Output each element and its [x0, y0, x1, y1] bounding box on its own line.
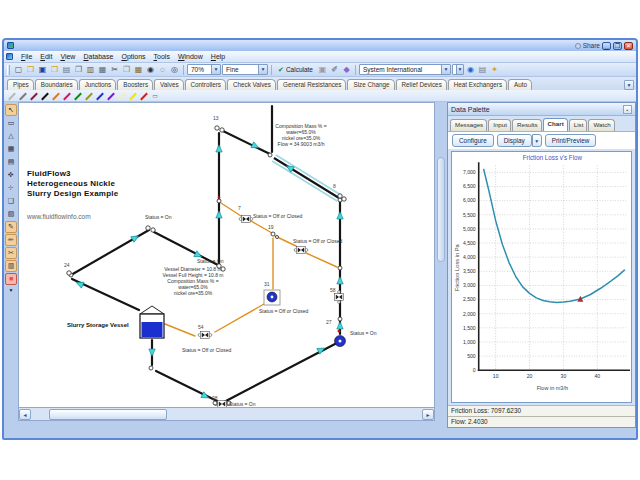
pin-icon[interactable]: ▪: [623, 105, 632, 114]
scroll-right-icon[interactable]: ►: [422, 409, 434, 420]
selected-pipe[interactable]: [274, 158, 339, 198]
menu-item-view[interactable]: View: [56, 52, 79, 61]
tab-pipes[interactable]: Pipes: [7, 79, 34, 90]
tab-overflow-icon[interactable]: ▼: [624, 80, 634, 90]
display-dropdown-icon[interactable]: ▼: [532, 134, 542, 147]
menu-item-edit[interactable]: Edit: [36, 52, 56, 61]
palette-tab-watch[interactable]: Watch: [588, 119, 614, 131]
pen-color-11[interactable]: [128, 91, 138, 101]
tab-auto[interactable]: Auto: [508, 79, 532, 90]
toolbar-more-icon[interactable]: ▼: [9, 287, 14, 293]
pen-color-3[interactable]: [40, 91, 50, 101]
layers-tool-icon[interactable]: ▧: [5, 208, 17, 220]
display-button[interactable]: Display: [497, 134, 532, 147]
zoom-in-icon[interactable]: ◎: [169, 64, 180, 75]
pen-color-5[interactable]: [62, 91, 72, 101]
extra-combobox[interactable]: ▼: [452, 64, 464, 75]
tab-junctions[interactable]: Junctions: [79, 79, 117, 90]
chevron-down-icon[interactable]: ▼: [258, 65, 267, 74]
folder-icon[interactable]: ❒: [49, 64, 60, 75]
tab-heat-exchangers[interactable]: Heat Exchangers: [448, 79, 507, 90]
highlight-tool-icon[interactable]: ■: [5, 273, 17, 285]
menu-item-tools[interactable]: Tools: [150, 52, 174, 61]
polygon-tool-icon[interactable]: △: [5, 130, 17, 142]
tab-relief-devices[interactable]: Relief Devices: [396, 79, 447, 90]
quality-combobox[interactable]: Fine ▼: [222, 64, 268, 75]
new-file-icon[interactable]: ▢: [13, 64, 24, 75]
pump-icons[interactable]: [264, 290, 346, 347]
configure-button[interactable]: Configure: [452, 134, 494, 147]
palette-tab-results[interactable]: Results: [512, 119, 542, 131]
rectangle-tool-icon[interactable]: ▭: [5, 117, 17, 129]
close-button[interactable]: ✕: [624, 42, 633, 50]
target-tool-icon[interactable]: ⊹: [5, 182, 17, 194]
menu-item-database[interactable]: Database: [79, 52, 117, 61]
report-icon[interactable]: ▦: [97, 64, 108, 75]
pen-color-10[interactable]: [117, 91, 127, 101]
pen-color-8[interactable]: [95, 91, 105, 101]
find-icon[interactable]: ◉: [145, 64, 156, 75]
grid-tool-icon[interactable]: ▤: [5, 156, 17, 168]
chevron-down-icon[interactable]: ▼: [441, 65, 450, 74]
preview-icon[interactable]: ❐: [73, 64, 84, 75]
tab-size-change[interactable]: Size Change: [347, 79, 394, 90]
scroll-left-icon[interactable]: ◄: [19, 409, 31, 420]
pen-tool-icon[interactable]: ✏: [5, 234, 17, 246]
cut-icon[interactable]: ✂: [109, 64, 120, 75]
tab-check-valves[interactable]: Check Valves: [227, 79, 276, 90]
eraser-icon[interactable]: ◆: [341, 64, 352, 75]
stop-icon[interactable]: ▣: [317, 64, 328, 75]
scrollbar-thumb[interactable]: [49, 409, 167, 420]
scissors-tool-icon[interactable]: ✂: [5, 247, 17, 259]
pen-color-6[interactable]: [73, 91, 83, 101]
tab-boosters[interactable]: Boosters: [117, 79, 153, 90]
palette-tab-list[interactable]: List: [569, 119, 588, 131]
palette-tab-chart[interactable]: Chart: [543, 118, 568, 131]
notes-icon[interactable]: ▤: [477, 64, 488, 75]
menu-item-window[interactable]: Window: [174, 52, 207, 61]
line-style-icon[interactable]: ▭: [150, 91, 160, 101]
chart-tool-icon[interactable]: ▥: [5, 260, 17, 272]
key-icon[interactable]: ✦: [489, 64, 500, 75]
comment-tool-icon[interactable]: ❑: [5, 195, 17, 207]
print-icon[interactable]: ▤: [61, 64, 72, 75]
chevron-down-icon[interactable]: ▼: [456, 65, 463, 74]
pencil-dropdown-icon[interactable]: ✐: [329, 64, 340, 75]
pen-color-2[interactable]: [29, 91, 39, 101]
palette-tab-messages[interactable]: Messages: [450, 119, 487, 131]
paste-icon[interactable]: ▦: [133, 64, 144, 75]
zoom-out-icon[interactable]: ◌: [157, 64, 168, 75]
tab-controllers[interactable]: Controllers: [185, 79, 226, 90]
pen-color-12[interactable]: [139, 91, 149, 101]
pipe-network[interactable]: [19, 103, 435, 408]
select-tool-icon[interactable]: ↖: [5, 104, 17, 116]
splitter-grip[interactable]: [437, 157, 445, 262]
open-file-icon[interactable]: ❒: [25, 64, 36, 75]
pen-color-7[interactable]: [84, 91, 94, 101]
copy-icon[interactable]: ❐: [121, 64, 132, 75]
pen-color-0[interactable]: [7, 91, 17, 101]
pen-color-4[interactable]: [51, 91, 61, 101]
chevron-down-icon[interactable]: ▼: [211, 65, 220, 74]
flowsheet-canvas[interactable]: FluidFlow3Heterogeneous NickleSlurry Des…: [18, 102, 435, 408]
info-icon[interactable]: ◉: [465, 64, 476, 75]
share-control[interactable]: Share: [575, 42, 600, 49]
tab-valves[interactable]: Valves: [154, 79, 183, 90]
horizontal-scrollbar[interactable]: ◄ ►: [18, 408, 435, 421]
open-pipes[interactable]: [71, 106, 340, 402]
slurry-vessel[interactable]: [140, 306, 164, 338]
move-tool-icon[interactable]: ✜: [5, 169, 17, 181]
menu-item-help[interactable]: Help: [207, 52, 229, 61]
calculate-button[interactable]: ✔ Calculate: [275, 66, 316, 74]
pen-color-1[interactable]: [18, 91, 28, 101]
panel-splitter[interactable]: [435, 102, 447, 438]
tab-boundaries[interactable]: Boundaries: [35, 79, 78, 90]
color-tool-icon[interactable]: ✎: [5, 221, 17, 233]
menu-item-options[interactable]: Options: [117, 52, 149, 61]
restore-button[interactable]: ❐: [613, 42, 622, 50]
pen-color-9[interactable]: [106, 91, 116, 101]
save-icon[interactable]: ▣: [37, 64, 48, 75]
minimize-button[interactable]: ▁: [602, 42, 611, 50]
image-tool-icon[interactable]: ▦: [5, 143, 17, 155]
friction-loss-chart[interactable]: 05001,0001,5002,0002,5003,0003,5004,0004…: [452, 152, 631, 402]
